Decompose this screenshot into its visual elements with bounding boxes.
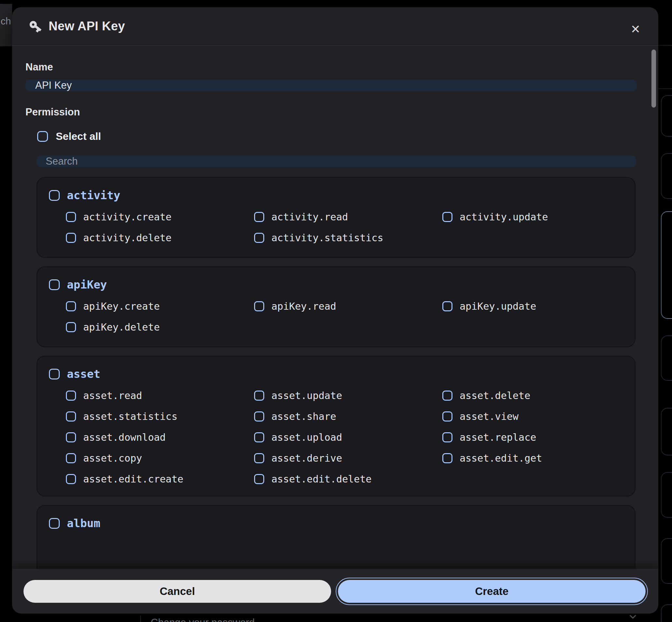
select-all-checkbox[interactable] bbox=[37, 131, 48, 142]
background-divider bbox=[140, 616, 141, 622]
dialog-header: New API Key ✕ bbox=[12, 7, 658, 45]
background-card bbox=[661, 408, 672, 455]
permission-item[interactable]: activity.read bbox=[254, 210, 442, 223]
permission-name: activity.create bbox=[83, 211, 171, 223]
permission-name: apiKey.delete bbox=[83, 321, 160, 333]
permission-checkbox[interactable] bbox=[66, 432, 76, 442]
permission-item[interactable]: activity.create bbox=[66, 210, 254, 223]
group-label: album bbox=[67, 517, 100, 530]
permission-grid: activity.create activity.read activity.u… bbox=[66, 210, 623, 244]
permission-item[interactable]: apiKey.update bbox=[442, 300, 623, 313]
permission-item[interactable]: activity.update bbox=[442, 210, 623, 223]
group-checkbox[interactable] bbox=[49, 279, 60, 290]
create-button[interactable]: Create bbox=[338, 580, 646, 603]
permission-name: apiKey.read bbox=[271, 301, 336, 312]
group-header: asset bbox=[49, 368, 623, 380]
group-label: apiKey bbox=[67, 278, 107, 291]
group-checkbox[interactable] bbox=[49, 369, 60, 379]
group-checkbox[interactable] bbox=[49, 518, 60, 529]
permission-item[interactable]: asset.replace bbox=[442, 430, 623, 444]
permission-name: asset.statistics bbox=[83, 411, 178, 422]
permission-checkbox[interactable] bbox=[442, 301, 452, 311]
permission-checkbox[interactable] bbox=[254, 411, 264, 421]
permission-checkbox[interactable] bbox=[254, 233, 264, 243]
permission-item[interactable]: asset.derive bbox=[254, 451, 442, 464]
group-label: activity bbox=[67, 189, 120, 202]
permission-item[interactable]: asset.share bbox=[254, 410, 442, 423]
permission-name: asset.share bbox=[271, 411, 336, 422]
permission-item[interactable]: asset.statistics bbox=[66, 410, 254, 423]
permission-checkbox[interactable] bbox=[66, 411, 76, 421]
permission-grid: asset.read asset.update asset.delete ass… bbox=[66, 389, 623, 485]
permission-checkbox[interactable] bbox=[66, 212, 76, 222]
permission-item[interactable]: apiKey.delete bbox=[66, 320, 254, 334]
permission-checkbox[interactable] bbox=[442, 453, 452, 463]
permission-item[interactable]: asset.copy bbox=[66, 451, 254, 464]
change-password-text-fragment: Change your password bbox=[151, 617, 255, 622]
close-button[interactable]: ✕ bbox=[628, 22, 643, 36]
scrollbar-thumb[interactable] bbox=[651, 49, 656, 108]
group-header: apiKey bbox=[49, 278, 623, 291]
permission-item[interactable]: asset.edit.get bbox=[442, 451, 623, 464]
select-all-row[interactable]: Select all bbox=[37, 130, 645, 142]
permission-checkbox[interactable] bbox=[254, 390, 264, 401]
permission-name: apiKey.update bbox=[460, 301, 536, 312]
permission-item[interactable]: asset.edit.create bbox=[66, 472, 254, 485]
permission-checkbox[interactable] bbox=[66, 390, 76, 401]
permission-item[interactable]: activity.statistics bbox=[254, 231, 442, 244]
permission-item[interactable]: asset.upload bbox=[254, 430, 442, 444]
permission-name: asset.edit.create bbox=[83, 473, 183, 485]
permission-checkbox[interactable] bbox=[66, 301, 76, 311]
dialog-content: Name Permission Select all activity acti… bbox=[12, 46, 658, 569]
permission-name: asset.edit.delete bbox=[271, 473, 372, 485]
permission-checkbox[interactable] bbox=[66, 233, 76, 243]
permission-checkbox[interactable] bbox=[442, 411, 452, 421]
create-button-focus-ring: Create bbox=[336, 578, 648, 605]
background-card bbox=[661, 95, 672, 137]
permission-name: asset.download bbox=[83, 431, 166, 443]
permission-item[interactable]: apiKey.create bbox=[66, 300, 254, 313]
permission-name: activity.update bbox=[460, 211, 548, 223]
permission-item[interactable]: asset.read bbox=[66, 389, 254, 402]
permission-name: asset.edit.get bbox=[460, 452, 542, 464]
group-label: asset bbox=[67, 368, 100, 380]
permission-name: asset.delete bbox=[460, 390, 531, 401]
permission-item[interactable]: apiKey.read bbox=[254, 300, 442, 313]
name-input[interactable] bbox=[26, 79, 637, 91]
permission-item[interactable]: asset.download bbox=[66, 430, 254, 444]
search-input[interactable] bbox=[36, 156, 636, 167]
permission-checkbox[interactable] bbox=[254, 301, 264, 311]
permission-checkbox[interactable] bbox=[442, 390, 452, 401]
group-header: activity bbox=[49, 189, 623, 202]
background-card bbox=[661, 336, 672, 381]
permission-group: apiKey apiKey.create apiKey.read apiKey.… bbox=[36, 266, 636, 347]
permission-checkbox[interactable] bbox=[254, 474, 264, 484]
group-header: album bbox=[49, 517, 623, 530]
permission-item[interactable]: asset.view bbox=[442, 410, 623, 423]
permission-item[interactable]: activity.delete bbox=[66, 231, 254, 244]
group-checkbox[interactable] bbox=[49, 190, 60, 201]
permission-name: asset.derive bbox=[271, 452, 342, 464]
permission-name: asset.copy bbox=[83, 452, 142, 464]
permission-name: apiKey.create bbox=[83, 301, 160, 312]
permission-checkbox[interactable] bbox=[442, 212, 452, 222]
permission-grid: apiKey.create apiKey.read apiKey.update … bbox=[66, 300, 623, 334]
cancel-button[interactable]: Cancel bbox=[24, 580, 331, 603]
permission-name: asset.replace bbox=[460, 431, 536, 443]
permission-checkbox[interactable] bbox=[442, 432, 452, 442]
permission-checkbox[interactable] bbox=[254, 432, 264, 442]
permission-name: activity.delete bbox=[83, 232, 171, 244]
permission-checkbox[interactable] bbox=[254, 453, 264, 463]
permission-item[interactable]: asset.edit.delete bbox=[254, 472, 442, 485]
permission-checkbox[interactable] bbox=[66, 322, 76, 332]
permission-name: asset.read bbox=[83, 390, 142, 401]
background-card bbox=[661, 538, 672, 584]
permission-item[interactable]: asset.delete bbox=[442, 389, 623, 402]
permission-item[interactable]: asset.update bbox=[254, 389, 442, 402]
permission-checkbox[interactable] bbox=[254, 212, 264, 222]
permission-checkbox[interactable] bbox=[66, 453, 76, 463]
permission-checkbox[interactable] bbox=[66, 474, 76, 484]
permission-name: activity.read bbox=[271, 211, 348, 223]
background-card-focused bbox=[661, 211, 672, 319]
permission-group: asset asset.read asset.update asset.dele… bbox=[36, 356, 636, 496]
